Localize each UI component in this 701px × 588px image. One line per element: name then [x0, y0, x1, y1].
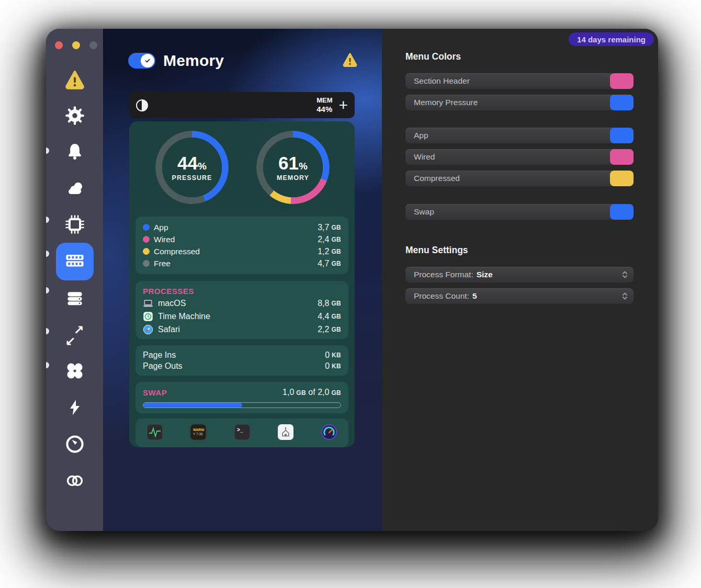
- sidebar-item-network[interactable]: ↗↙: [46, 317, 103, 355]
- warning-icon: [64, 69, 85, 92]
- bell-icon: [65, 142, 85, 164]
- page-title: Memory: [163, 52, 224, 70]
- sidebar-item-weather[interactable]: [46, 171, 103, 208]
- connections-icon: [64, 472, 85, 492]
- sidebar-item-cpu[interactable]: [46, 207, 103, 244]
- app-window: ↗↙: [46, 29, 658, 531]
- sidebar-item-settings[interactable]: [46, 98, 103, 135]
- close-button[interactable]: [55, 41, 63, 49]
- color-row-compressed[interactable]: Compressed: [405, 171, 634, 186]
- page-ins-row: Page Ins 0KB: [143, 349, 341, 360]
- processes-header: PROCESSES: [143, 285, 341, 297]
- svg-text:WARNI: WARNI: [193, 428, 205, 432]
- svg-text:Y 7:36: Y 7:36: [193, 432, 203, 436]
- activity-app-icon: [146, 424, 163, 443]
- safari-app-icon: [143, 324, 153, 335]
- memory-pressure-color-swatch[interactable]: [610, 95, 634, 110]
- menubar-widget-preview: MEM 44% +: [129, 92, 355, 118]
- process-row: Safari 2,2GB: [143, 323, 341, 336]
- app-color-swatch[interactable]: [610, 128, 634, 143]
- page-outs-row: Page Outs 0KB: [143, 360, 341, 371]
- time-machine-app-icon: [143, 311, 153, 322]
- memory-preview-pane: Memory MEM 44% + 44% PRESSURE: [103, 29, 382, 531]
- home-app-icon: [277, 424, 294, 443]
- add-widget-button[interactable]: +: [338, 98, 348, 112]
- memory-enabled-toggle[interactable]: [128, 53, 155, 69]
- legend-row-free: Free 4,7GB: [143, 257, 341, 269]
- paging-section: Page Ins 0KB Page Outs 0KB: [135, 345, 348, 376]
- sidebar-item-energy[interactable]: [46, 390, 103, 427]
- sidebar-item-notifications[interactable]: [46, 134, 103, 172]
- network-icon: ↗↙: [65, 326, 85, 346]
- weather-icon: [64, 178, 85, 201]
- terminal-app-icon: >_: [234, 424, 251, 443]
- sidebar-item-connections[interactable]: [46, 463, 103, 501]
- pane-header: Memory: [128, 52, 358, 70]
- settings-pane: 14 days remaining Menu Colors Section He…: [382, 29, 658, 531]
- stepper-icon[interactable]: [622, 292, 628, 302]
- memory-legend: App 3,7GB Wired 2,4GB Compressed 1,2GB F…: [135, 217, 348, 274]
- energy-icon: [66, 399, 84, 419]
- memory-icon: [64, 251, 86, 272]
- color-row-memory-pressure[interactable]: Memory Pressure: [405, 95, 634, 110]
- cpu-icon: [65, 214, 85, 236]
- section-header-color-swatch[interactable]: [610, 73, 634, 89]
- compressed-color-dot: [143, 248, 150, 255]
- menubar-widget-value: MEM 44%: [316, 97, 332, 114]
- swap-progress-bar: [143, 402, 341, 408]
- gear-icon: [65, 106, 85, 128]
- legend-row-wired: Wired 2,4GB: [143, 233, 341, 245]
- memory-widget-card: 44% PRESSURE 61% MEMORY App 3,7GB: [129, 121, 355, 447]
- sidebar-item-memory[interactable]: [46, 243, 103, 280]
- check-icon: [144, 57, 151, 64]
- gauge-icon: [65, 434, 85, 456]
- swap-section: SWAP 1,0GB of 2,0GB: [135, 382, 348, 413]
- speedtest-app-icon: [321, 424, 337, 443]
- sidebar-item-disk[interactable]: [46, 280, 103, 318]
- swap-header: SWAP: [143, 387, 167, 398]
- process-row: Time Machine 4,4GB: [143, 310, 341, 323]
- disk-icon: [65, 289, 85, 310]
- zoom-button[interactable]: [89, 41, 97, 49]
- free-color-dot: [143, 260, 150, 267]
- traffic-lights: [55, 41, 97, 49]
- fan-icon: [64, 360, 85, 383]
- legend-row-compressed: Compressed 1,2GB: [143, 245, 341, 257]
- pinned-apps-row: WARNIY 7:36 >_: [135, 419, 348, 447]
- color-row-swap[interactable]: Swap: [405, 204, 634, 220]
- svg-text:>_: >_: [237, 427, 243, 433]
- pressure-warning-icon[interactable]: [342, 52, 358, 70]
- swap-color-swatch[interactable]: [610, 204, 634, 220]
- process-row: macOS 8,8GB: [143, 297, 341, 310]
- process-format-dropdown[interactable]: Process Format: Size: [405, 267, 634, 282]
- swap-value: 1,0GB of 2,0GB: [282, 388, 341, 397]
- sidebar-item-fans[interactable]: [46, 353, 103, 391]
- sidebar: ↗↙: [46, 29, 103, 531]
- swap-progress-fill: [143, 403, 242, 408]
- minimize-button[interactable]: [72, 41, 80, 49]
- legend-row-app: App 3,7GB: [143, 221, 341, 233]
- trial-badge[interactable]: 14 days remaining: [569, 32, 654, 46]
- sidebar-item-warnings[interactable]: [46, 62, 103, 99]
- macos-app-icon: [143, 298, 153, 309]
- process-count-dropdown[interactable]: Process Count: 5: [405, 288, 634, 304]
- app-color-dot: [143, 224, 150, 231]
- wired-color-dot: [143, 236, 150, 243]
- sidebar-item-gauge[interactable]: [46, 426, 103, 464]
- color-row-section-header[interactable]: Section Header: [405, 73, 634, 89]
- menu-colors-title: Menu Colors: [405, 51, 658, 62]
- pressure-donut: 44% PRESSURE: [155, 131, 229, 204]
- compressed-color-swatch[interactable]: [610, 171, 634, 186]
- processes-section: PROCESSES macOS 8,8GB Time Machine 4,4GB: [135, 281, 348, 339]
- wired-color-swatch[interactable]: [610, 149, 634, 165]
- color-row-wired[interactable]: Wired: [405, 149, 634, 165]
- contrast-icon[interactable]: [136, 99, 148, 111]
- console-app-icon: WARNIY 7:36: [190, 424, 207, 443]
- active-item-highlight: [56, 243, 94, 280]
- menu-settings-title: Menu Settings: [405, 244, 658, 256]
- toggle-knob: [141, 54, 154, 67]
- memory-donut: 61% MEMORY: [256, 131, 330, 204]
- color-row-app[interactable]: App: [405, 128, 634, 143]
- stepper-icon[interactable]: [622, 270, 628, 281]
